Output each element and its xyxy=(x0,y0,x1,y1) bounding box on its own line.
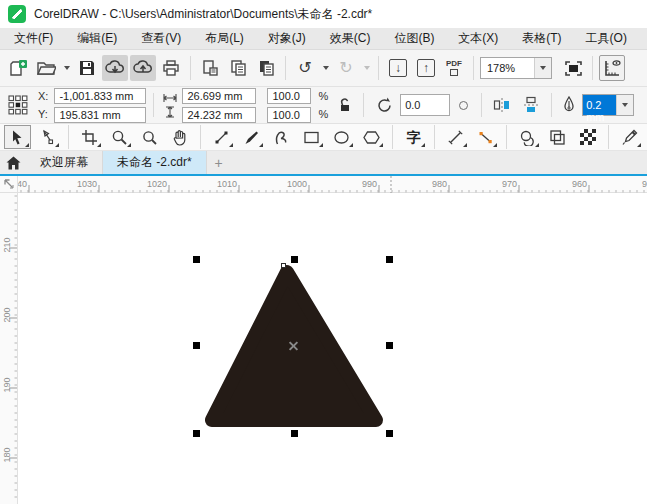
svg-text:980: 980 xyxy=(432,179,447,189)
outline-width-dropdown[interactable] xyxy=(616,95,633,115)
standard-toolbar: ↺ ↻ ↓ ↑ PDF 178% xyxy=(0,50,647,87)
redo-button[interactable]: ↻ xyxy=(333,55,359,81)
selection-handle-bottom-center[interactable] xyxy=(291,430,298,437)
ruler-origin-corner[interactable] xyxy=(0,176,18,193)
svg-text:190: 190 xyxy=(2,377,12,392)
menu-view[interactable]: 查看(V) xyxy=(137,28,185,49)
toolbar-separator xyxy=(363,93,364,117)
print-button[interactable] xyxy=(158,55,184,81)
selection-handle-bottom-left[interactable] xyxy=(193,430,200,437)
menu-edit[interactable]: 编辑(E) xyxy=(73,28,121,49)
menu-bitmaps[interactable]: 位图(B) xyxy=(390,28,438,49)
tab-welcome-screen[interactable]: 欢迎屏幕 xyxy=(26,151,103,174)
scale-vertical-input[interactable]: 100.0 xyxy=(267,107,311,123)
open-document-button[interactable] xyxy=(33,55,59,81)
scale-horizontal-input[interactable]: 100.0 xyxy=(267,88,311,104)
object-width-input[interactable]: 26.699 mm xyxy=(182,88,256,104)
drop-shadow-tool[interactable] xyxy=(514,125,541,149)
svg-text:180: 180 xyxy=(2,447,12,462)
open-dropdown[interactable] xyxy=(61,55,72,81)
toolbar-separator xyxy=(473,56,474,80)
cloud-upload-button[interactable] xyxy=(130,55,156,81)
copy-button[interactable] xyxy=(225,55,251,81)
menu-object[interactable]: 对象(J) xyxy=(264,28,310,49)
degree-icon xyxy=(459,101,468,110)
coreldraw-window: CorelDRAW - C:\Users\Administrator\Docum… xyxy=(0,0,647,504)
cloud-download-button[interactable] xyxy=(102,55,128,81)
transparency-tool[interactable] xyxy=(544,125,571,149)
object-origin-selector[interactable] xyxy=(5,92,31,118)
toolbox: 字 xyxy=(0,124,647,151)
show-rulers-toggle[interactable] xyxy=(599,55,625,81)
toolbox-separator xyxy=(608,125,609,149)
text-tool-icon: 字 xyxy=(407,130,421,144)
import-button[interactable]: ↓ xyxy=(385,55,411,81)
object-x-position-input[interactable]: -1,001.833 mm xyxy=(54,88,146,104)
selection-handle-bottom-right[interactable] xyxy=(386,430,393,437)
pick-tool[interactable] xyxy=(4,125,31,149)
svg-text:970: 970 xyxy=(502,179,517,189)
toolbar-separator xyxy=(551,93,552,117)
b-spline-tool[interactable] xyxy=(268,125,295,149)
zoom-tool[interactable] xyxy=(106,125,133,149)
triangle-shape-svg[interactable] xyxy=(18,193,647,504)
object-height-input[interactable]: 24.232 mm xyxy=(182,107,256,123)
undo-button[interactable]: ↺ xyxy=(292,55,318,81)
rotation-angle-input[interactable]: 0.0 xyxy=(400,94,450,116)
x-label: X: xyxy=(38,90,48,102)
save-button[interactable] xyxy=(74,55,100,81)
export-button[interactable]: ↑ xyxy=(413,55,439,81)
polygon-tool[interactable] xyxy=(358,125,385,149)
outline-width-combo[interactable]: 0.2 mm xyxy=(582,94,634,116)
selection-handle-top-left[interactable] xyxy=(193,256,200,263)
artistic-media-tool[interactable] xyxy=(238,125,265,149)
zoom-level-dropdown[interactable] xyxy=(534,58,551,78)
menu-tools[interactable]: 工具(O) xyxy=(582,28,631,49)
toolbar-separator xyxy=(190,56,191,80)
publish-to-pdf-button[interactable]: PDF xyxy=(441,55,467,81)
svg-text:960: 960 xyxy=(572,179,587,189)
selection-handle-middle-left[interactable] xyxy=(193,342,200,349)
fullscreen-preview-button[interactable] xyxy=(560,55,586,81)
menu-text[interactable]: 文本(X) xyxy=(454,28,502,49)
shape-tool[interactable] xyxy=(34,125,61,149)
ellipse-tool[interactable] xyxy=(328,125,355,149)
menu-effects[interactable]: 效果(C) xyxy=(326,28,375,49)
apex-node-marker[interactable] xyxy=(281,263,286,268)
pan-tool[interactable] xyxy=(166,125,193,149)
pattern-fill-tool[interactable] xyxy=(574,125,601,149)
paste-button[interactable] xyxy=(253,55,279,81)
connector-tool[interactable] xyxy=(472,125,499,149)
eyedropper-tool[interactable] xyxy=(616,125,643,149)
zoom-level-combo[interactable]: 178% xyxy=(480,57,552,79)
undo-dropdown[interactable] xyxy=(320,55,331,81)
new-tab-button[interactable]: + xyxy=(207,151,231,174)
rectangle-tool[interactable] xyxy=(298,125,325,149)
crop-tool[interactable] xyxy=(76,125,103,149)
selection-handle-top-right[interactable] xyxy=(386,256,393,263)
home-icon xyxy=(6,156,21,170)
outline-width-value[interactable]: 0.2 mm xyxy=(583,95,616,115)
tab-document[interactable]: 未命名 -2.cdr* xyxy=(103,151,207,174)
menu-table[interactable]: 表格(T) xyxy=(518,28,565,49)
dimension-tool[interactable] xyxy=(442,125,469,149)
drawing-canvas[interactable] xyxy=(18,193,647,504)
menu-file[interactable]: 文件(F) xyxy=(10,28,57,49)
mirror-horizontal-button[interactable] xyxy=(489,92,515,118)
selection-handle-middle-right[interactable] xyxy=(386,342,393,349)
zoom-level-value[interactable]: 178% xyxy=(481,58,534,78)
mirror-vertical-button[interactable] xyxy=(518,92,544,118)
object-center-marker[interactable] xyxy=(289,341,298,350)
home-tab-button[interactable] xyxy=(0,151,26,174)
object-y-position-input[interactable]: 195.831 mm xyxy=(54,107,146,123)
redo-dropdown[interactable] xyxy=(361,55,372,81)
new-document-button[interactable] xyxy=(5,55,31,81)
freehand-tool[interactable] xyxy=(208,125,235,149)
text-tool[interactable]: 字 xyxy=(400,125,427,149)
lock-ratio-button[interactable] xyxy=(334,92,356,118)
cut-button[interactable] xyxy=(197,55,223,81)
zoom-tool-alt[interactable] xyxy=(136,125,163,149)
svg-text:1000: 1000 xyxy=(287,179,307,189)
menu-layout[interactable]: 布局(L) xyxy=(201,28,248,49)
selection-handle-top-center[interactable] xyxy=(291,256,298,263)
